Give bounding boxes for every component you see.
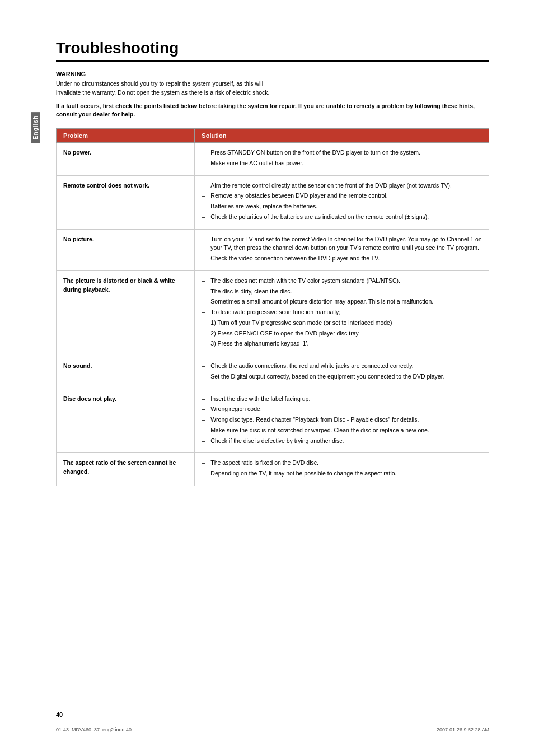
table-row-problem-0: No power. <box>57 143 195 176</box>
page-number: 40 <box>56 711 63 718</box>
solution-item: Set the Digital output correctly, based … <box>202 372 482 381</box>
solution-item: Insert the disc with the label facing up… <box>202 395 482 404</box>
solution-item: The disc does not match with the TV colo… <box>202 277 482 286</box>
solution-item: Press STANDBY-ON button on the front of … <box>202 148 482 157</box>
table-row-solution-2: Turn on your TV and set to the correct V… <box>195 229 489 270</box>
numbered-solution-item: 2) Press OPEN/CLOSE to open the DVD play… <box>202 329 482 338</box>
intro-text: If a fault occurs, first check the point… <box>56 102 489 120</box>
solution-item: Depending on the TV, it may not be possi… <box>202 469 482 478</box>
table-row-problem-5: Disc does not play. <box>57 389 195 453</box>
table-header-problem: Problem <box>57 129 195 143</box>
solution-item: Batteries are weak, replace the batterie… <box>202 202 482 211</box>
footer-filename: 01-43_MDV460_37_eng2.indd 40 <box>56 727 132 732</box>
warning-section: WARNING Under no circumstances should yo… <box>56 71 489 119</box>
table-row-solution-4: Check the audio connections, the red and… <box>195 356 489 389</box>
table-row-solution-6: The aspect ratio is fixed on the DVD dis… <box>195 453 489 486</box>
solution-item: Make sure the AC outlet has power. <box>202 159 482 168</box>
solution-item: Check the polarities of the batteries ar… <box>202 213 482 222</box>
solution-item: Check the audio connections, the red and… <box>202 362 482 371</box>
table-row-solution-1: Aim the remote control directly at the s… <box>195 175 489 229</box>
footer-date: 2007-01-26 9:52:28 AM <box>437 727 489 732</box>
warning-body: Under no circumstances should you try to… <box>56 80 489 97</box>
solution-item: Turn on your TV and set to the correct V… <box>202 235 482 253</box>
warning-title: WARNING <box>56 71 489 77</box>
sidebar-language-label: English <box>31 112 40 143</box>
table-row-solution-3: The disc does not match with the TV colo… <box>195 270 489 356</box>
solution-item: The aspect ratio is fixed on the DVD dis… <box>202 459 482 468</box>
table-row-problem-3: The picture is distorted or black & whit… <box>57 270 195 356</box>
solution-item: Aim the remote control directly at the s… <box>202 181 482 190</box>
solution-item: To deactivate progressive scan function … <box>202 308 482 317</box>
solution-item: Wrong disc type. Read chapter "Playback … <box>202 416 482 424</box>
table-row-problem-4: No sound. <box>57 356 195 389</box>
table-row-problem-6: The aspect ratio of the screen cannot be… <box>57 453 195 486</box>
table-row-problem-1: Remote control does not work. <box>57 175 195 229</box>
solution-item: Make sure the disc is not scratched or w… <box>202 426 482 435</box>
solution-item: Check the video connection between the D… <box>202 254 482 263</box>
footer: 01-43_MDV460_37_eng2.indd 40 2007-01-26 … <box>56 727 489 732</box>
table-row-solution-0: Press STANDBY-ON button on the front of … <box>195 143 489 176</box>
table-row-problem-2: No picture. <box>57 229 195 270</box>
solution-item: Sometimes a small amount of picture dist… <box>202 297 482 306</box>
table-row-solution-5: Insert the disc with the label facing up… <box>195 389 489 453</box>
troubleshooting-table: Problem Solution No power.Press STANDBY-… <box>56 128 489 486</box>
solution-item: Check if the disc is defective by trying… <box>202 437 482 446</box>
table-header-solution: Solution <box>195 129 489 143</box>
solution-item: Remove any obstacles between DVD player … <box>202 192 482 200</box>
page-title: Troubleshooting <box>56 39 489 62</box>
solution-item: The disc is dirty, clean the disc. <box>202 287 482 296</box>
numbered-solution-item: 3) Press the alphanumeric keypad '1'. <box>202 339 482 348</box>
solution-item: Wrong region code. <box>202 405 482 414</box>
numbered-solution-item: 1) Turn off your TV progressive scan mod… <box>202 319 482 328</box>
